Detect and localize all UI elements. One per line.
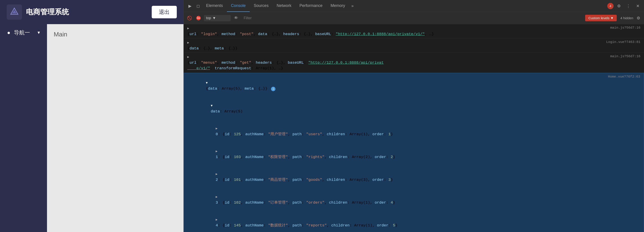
logo-icon (10, 7, 19, 17)
item-arrow-4[interactable]: ▶ (216, 218, 219, 222)
devtools-toolbar: ▶ ◻ Elements Console Sources Network Per… (184, 0, 644, 12)
tab-more-button[interactable]: » (349, 2, 356, 10)
devtools-close-icon[interactable]: ✕ (634, 2, 642, 10)
console-entry-4: Home.vue?76f2:63 ▼ {data: Array(5), meta… (184, 73, 644, 232)
main-title: Main (54, 31, 67, 38)
app-header: 电商管理系统 退出 (0, 0, 184, 24)
main-content: Main (47, 24, 184, 232)
devtools-settings-icon[interactable]: ⚙ (615, 2, 623, 10)
sidebar-item-nav1[interactable]: ● 导航一 ▼ (0, 24, 47, 41)
entry-content-3: {url: "menus", method: "get", headers: {… (187, 60, 640, 71)
logout-button[interactable]: 退出 (152, 6, 177, 18)
tab-sources[interactable]: Sources (250, 0, 272, 12)
item-arrow-0[interactable]: ▶ (216, 126, 219, 131)
custom-levels-chevron-icon: ▼ (610, 16, 614, 20)
item-arrow-3[interactable]: ▶ (216, 195, 219, 199)
devtools-inspect-icon[interactable]: ▶ (186, 2, 194, 10)
console-toolbar: 🚫 ⛔ top ▼ 👁 Custom levels ▼ 4 hidden ⚙ (184, 12, 644, 24)
context-label: top (206, 16, 211, 20)
console-context-select[interactable]: top ▼ (204, 15, 231, 21)
entry-arrow-1[interactable]: ▶ (187, 26, 190, 31)
console-entry-3: main.js?56d7:16 ▶ {url: "menus", method:… (184, 53, 644, 73)
file-link-2[interactable]: Login.vue?7463:81 (606, 40, 640, 45)
entry-arrow-3[interactable]: ▶ (187, 55, 190, 59)
console-entry-2: Login.vue?7463:81 ▶ {data: {…}, meta: {…… (184, 38, 644, 53)
app-title: 电商管理系统 (26, 7, 69, 17)
data-item-1: ▶ 1: {id: 103, authName: "权限管理", path: "… (188, 143, 640, 166)
console-block-icon[interactable]: ⛔ (195, 14, 202, 22)
hidden-count-label: 4 hidden (620, 16, 633, 20)
data-item-3: ▶ 3: {id: 102, authName: "订单管理", path: "… (188, 188, 640, 211)
file-link-4[interactable]: Home.vue?76f2:63 (608, 74, 640, 80)
app-logo (7, 4, 22, 20)
console-entry-1: main.js?56d7:16 ▶ {url: "login", method:… (184, 24, 644, 38)
custom-levels-button[interactable]: Custom levels ▼ (585, 15, 617, 21)
tab-performance[interactable]: Performance (295, 0, 326, 12)
entry-arrow-4[interactable]: ▼ (206, 81, 209, 85)
console-output: main.js?56d7:16 ▶ {url: "login", method:… (184, 24, 644, 232)
devtools-panel: ▶ ◻ Elements Console Sources Network Per… (184, 0, 644, 232)
item-arrow-1[interactable]: ▶ (216, 149, 219, 154)
console-settings-icon[interactable]: ⚙ (635, 15, 642, 21)
sidebar: ● 导航一 ▼ (0, 24, 47, 232)
error-badge: 4 (607, 3, 614, 9)
tab-network[interactable]: Network (272, 0, 295, 12)
data-item-2: ▶ 2: {id: 101, authName: "商品管理", path: "… (188, 166, 640, 188)
data-item-0: ▶ 0: {id: 125, authName: "用户管理", path: "… (188, 120, 640, 143)
tab-console[interactable]: Console (227, 0, 250, 12)
chevron-down-icon: ▼ (37, 30, 41, 35)
app-header-left: 电商管理系统 (7, 4, 69, 20)
devtools-more-icon[interactable]: ⋮ (624, 2, 632, 10)
console-filter-input[interactable] (242, 15, 583, 21)
file-link-1[interactable]: main.js?56d7:16 (610, 25, 640, 31)
data-arrow[interactable]: ▼ (211, 103, 214, 108)
obj-info-badge: i (271, 87, 276, 91)
sidebar-item-label: 导航一 (14, 29, 30, 36)
app-body: ● 导航一 ▼ Main (0, 24, 184, 232)
devtools-device-icon[interactable]: ◻ (194, 2, 202, 10)
entry-arrow-2[interactable]: ▶ (187, 40, 190, 45)
item-arrow-2[interactable]: ▶ (216, 172, 219, 177)
entry-content-2: {data: {…}, meta: {…}} (187, 46, 640, 51)
context-chevron-icon: ▼ (212, 16, 216, 20)
devtools-right-icons: 4 ⚙ ⋮ ✕ (607, 2, 642, 10)
location-icon: ● (6, 30, 11, 35)
data-item-4: ▶ 4: {id: 145, authName: "数据统计", path: "… (188, 211, 640, 232)
console-clear-button[interactable]: 🚫 (186, 14, 193, 22)
app-panel: 电商管理系统 退出 ● 导航一 ▼ Main (0, 0, 184, 232)
entry-content-1: {url: "login", method: "post", data: {…}… (187, 31, 640, 37)
tab-elements[interactable]: Elements (202, 0, 227, 12)
entry-content-4-header: ▼ {data: Array(5), meta: {…}} i (188, 74, 640, 97)
tab-memory[interactable]: Memory (326, 0, 349, 12)
data-array-header: ▼ data: Array(5) (188, 97, 640, 120)
console-eye-icon[interactable]: 👁 (232, 14, 240, 22)
file-link-3[interactable]: main.js?56d7:16 (610, 54, 640, 59)
